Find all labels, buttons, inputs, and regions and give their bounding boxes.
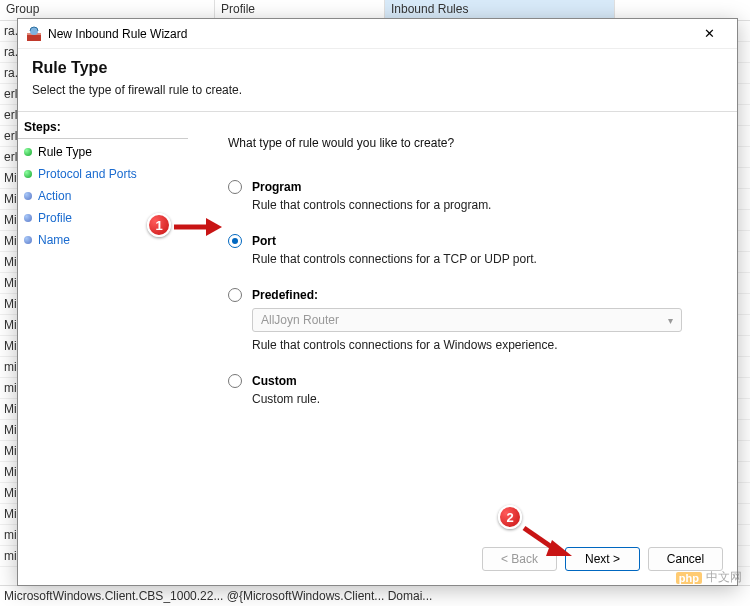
- radio-program-desc: Rule that controls connections for a pro…: [252, 198, 717, 212]
- bullet-icon: [24, 192, 32, 200]
- watermark: php 中文网: [676, 569, 742, 586]
- rule-type-options: Program Rule that controls connections f…: [228, 180, 717, 406]
- svg-marker-6: [546, 540, 572, 556]
- option-custom: Custom Custom rule.: [228, 374, 717, 406]
- step-label: Protocol and Ports: [38, 167, 137, 181]
- prompt-text: What type of rule would you like to crea…: [228, 136, 717, 150]
- annotation-badge-2: 2: [498, 505, 522, 529]
- chevron-down-icon: ▾: [668, 315, 673, 326]
- next-button[interactable]: Next >: [565, 547, 640, 571]
- radio-port-desc: Rule that controls connections for a TCP…: [252, 252, 717, 266]
- radio-port[interactable]: [228, 234, 242, 248]
- annotation-arrow-2: [520, 524, 576, 564]
- step-label: Action: [38, 189, 71, 203]
- radio-port-label[interactable]: Port: [252, 234, 276, 248]
- wizard-buttons: < Back Next > Cancel: [482, 547, 723, 571]
- col-group[interactable]: Group: [0, 0, 215, 20]
- option-program: Program Rule that controls connections f…: [228, 180, 717, 212]
- option-predefined: Predefined: AllJoyn Router ▾ Rule that c…: [228, 288, 717, 352]
- firewall-icon: [26, 26, 42, 42]
- radio-predefined-desc: Rule that controls connections for a Win…: [252, 338, 717, 352]
- background-footer: MicrosoftWindows.Client.CBS_1000.22... @…: [0, 585, 750, 606]
- bullet-icon: [24, 214, 32, 222]
- annotation-arrow-1: [172, 216, 222, 238]
- step-action[interactable]: Action: [18, 185, 188, 207]
- titlebar: New Inbound Rule Wizard ✕: [18, 19, 737, 49]
- bullet-icon: [24, 236, 32, 244]
- step-label: Profile: [38, 211, 72, 225]
- step-rule-type[interactable]: Rule Type: [18, 141, 188, 163]
- cancel-button[interactable]: Cancel: [648, 547, 723, 571]
- bullet-icon: [24, 148, 32, 156]
- content-panel: What type of rule would you like to crea…: [188, 112, 737, 585]
- page-subtitle: Select the type of firewall rule to crea…: [32, 83, 723, 97]
- step-protocol-ports[interactable]: Protocol and Ports: [18, 163, 188, 185]
- dialog-title: New Inbound Rule Wizard: [48, 27, 689, 41]
- close-button[interactable]: ✕: [689, 20, 729, 48]
- watermark-text: 中文网: [706, 569, 742, 586]
- annotation-badge-1: 1: [147, 213, 171, 237]
- col-inbound[interactable]: Inbound Rules: [385, 0, 615, 20]
- predefined-value: AllJoyn Router: [261, 313, 339, 327]
- col-profile[interactable]: Profile: [215, 0, 385, 20]
- radio-custom-label[interactable]: Custom: [252, 374, 297, 388]
- bullet-icon: [24, 170, 32, 178]
- radio-custom-desc: Custom rule.: [252, 392, 717, 406]
- page-title: Rule Type: [32, 59, 723, 77]
- predefined-select[interactable]: AllJoyn Router ▾: [252, 308, 682, 332]
- watermark-logo: php: [676, 572, 702, 584]
- wizard-header: Rule Type Select the type of firewall ru…: [18, 49, 737, 112]
- radio-predefined-label[interactable]: Predefined:: [252, 288, 318, 302]
- svg-marker-4: [206, 218, 222, 236]
- wizard-dialog: New Inbound Rule Wizard ✕ Rule Type Sele…: [17, 18, 738, 586]
- option-port: Port Rule that controls connections for …: [228, 234, 717, 266]
- radio-custom[interactable]: [228, 374, 242, 388]
- step-label: Name: [38, 233, 70, 247]
- steps-panel: Steps: Rule Type Protocol and Ports Acti…: [18, 112, 188, 585]
- radio-predefined[interactable]: [228, 288, 242, 302]
- radio-program-label[interactable]: Program: [252, 180, 301, 194]
- step-label: Rule Type: [38, 145, 92, 159]
- steps-heading: Steps:: [18, 118, 188, 139]
- radio-program[interactable]: [228, 180, 242, 194]
